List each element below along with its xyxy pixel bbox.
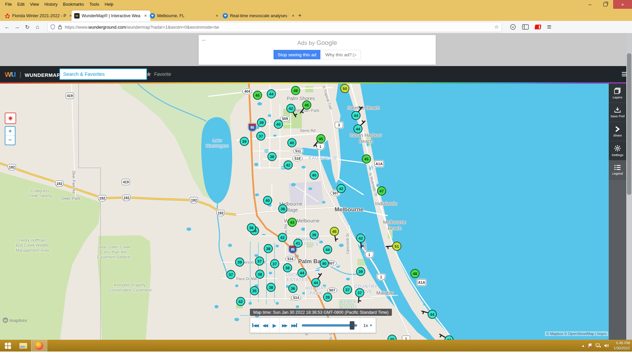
favorite-button[interactable]: ★ Favorite bbox=[146, 66, 171, 82]
rewind-button[interactable]: ◀◀ bbox=[260, 318, 270, 333]
lock-icon[interactable] bbox=[58, 25, 62, 29]
bookmark-star-icon[interactable]: ☆ bbox=[494, 24, 499, 30]
temperature-value: 36 bbox=[247, 223, 256, 232]
route-shield-192: 192 bbox=[55, 181, 64, 187]
temperature-value: 44 bbox=[323, 245, 332, 254]
temperature-value: 38 bbox=[283, 263, 292, 272]
time-slider[interactable] bbox=[299, 318, 360, 333]
tray-expand-icon[interactable]: ▲ bbox=[581, 344, 585, 347]
menu-help[interactable]: Help bbox=[102, 1, 116, 8]
temperature-value: 37 bbox=[255, 256, 264, 266]
tab-mesoscale[interactable]: Real-time mesoscale analyses f × bbox=[220, 10, 298, 21]
layers-button[interactable]: Layers bbox=[609, 84, 626, 103]
sidebar-toggle-icon[interactable] bbox=[522, 24, 529, 30]
taskbar-clock[interactable]: 6:45 PM 1/30/2022 bbox=[613, 341, 630, 351]
map-label: Malabar bbox=[376, 290, 394, 296]
temperature-value: 45 bbox=[362, 154, 371, 163]
firefox-icon bbox=[35, 342, 43, 350]
forward-icon[interactable]: → bbox=[12, 24, 22, 30]
route-shield-419: 419 bbox=[66, 93, 74, 99]
settings-button[interactable]: Settings bbox=[609, 141, 626, 160]
share-button[interactable]: Share bbox=[609, 122, 626, 141]
network-icon[interactable] bbox=[596, 343, 601, 348]
file-explorer-button[interactable] bbox=[16, 340, 31, 352]
route-shield-1: 1 bbox=[365, 252, 374, 258]
action-center-flag-icon[interactable] bbox=[588, 343, 593, 348]
temperature-value: 50 bbox=[340, 84, 349, 93]
wundermap-logo[interactable]: wu | WUNDERMAP bbox=[5, 70, 60, 79]
firefox-taskbar-button[interactable] bbox=[31, 340, 47, 352]
back-icon[interactable]: ← bbox=[2, 24, 12, 30]
temperature-value: 45 bbox=[302, 100, 311, 110]
forum-icon bbox=[5, 13, 10, 19]
route-shield-95: 95 bbox=[248, 123, 257, 131]
ad-back-arrow-icon[interactable]: ← bbox=[201, 36, 207, 42]
tab-close-icon[interactable]: × bbox=[291, 13, 295, 18]
url-text: https://www.wunderground.com/wundermap?r… bbox=[65, 25, 494, 30]
temperature-value: 38 bbox=[255, 270, 264, 279]
menu-edit[interactable]: Edit bbox=[15, 1, 27, 8]
tab-florida-winter[interactable]: Florida Winter 2021-2022 - Pag × bbox=[2, 10, 76, 21]
save-pref-button[interactable]: Save Pref bbox=[609, 103, 626, 122]
playback-speed-select[interactable]: 1x ▼ bbox=[360, 318, 376, 333]
tab-wundermap[interactable]: w WunderMap® | Interactive Wea × bbox=[71, 10, 150, 21]
logo-divider: | bbox=[20, 71, 21, 79]
tab-title: Florida Winter 2021-2022 - Pag bbox=[12, 13, 66, 18]
temperature-value: 37 bbox=[256, 131, 265, 141]
pocket-icon[interactable] bbox=[510, 24, 516, 30]
fast-forward-button[interactable]: ▶▶ bbox=[280, 318, 289, 333]
temperature-value: 40 bbox=[310, 171, 319, 180]
minimize-button[interactable]: ─ bbox=[582, 0, 598, 9]
temperature-value: 39 bbox=[323, 293, 332, 302]
home-icon[interactable]: ⌂ bbox=[32, 24, 42, 30]
restore-button[interactable] bbox=[598, 0, 613, 9]
tab-melbourne[interactable]: Melbourne, FL × bbox=[147, 10, 222, 21]
extension-icon[interactable] bbox=[535, 25, 541, 29]
map-label: Sarno Rd bbox=[300, 128, 315, 133]
new-tab-button[interactable]: + bbox=[298, 12, 301, 19]
play-button[interactable]: ▶ bbox=[270, 318, 280, 333]
route-shield-A1A: A1A bbox=[374, 161, 383, 167]
route-shield-516: 516 bbox=[285, 256, 295, 262]
weather-map[interactable]: Palm ShoresSherman ParkSatellite BeachIn… bbox=[0, 84, 609, 340]
chevron-down-icon: ▼ bbox=[369, 324, 373, 327]
close-button[interactable]: × bbox=[613, 0, 632, 9]
page-scrollbar[interactable] bbox=[626, 33, 632, 340]
brand-title: WUNDERMAP bbox=[25, 72, 60, 78]
search-input[interactable] bbox=[59, 68, 147, 80]
volume-icon[interactable] bbox=[604, 343, 609, 348]
tab-close-icon[interactable]: × bbox=[214, 13, 219, 18]
start-button[interactable] bbox=[0, 340, 16, 352]
menu-view[interactable]: View bbox=[28, 1, 41, 8]
menu-tools[interactable]: Tools bbox=[87, 1, 102, 8]
temperature-value: 40 bbox=[263, 196, 272, 205]
menu-bookmarks[interactable]: Bookmarks bbox=[60, 1, 86, 8]
route-shield-1: 1 bbox=[402, 336, 410, 340]
wu-shield-icon bbox=[223, 13, 228, 19]
scrollbar-thumb[interactable] bbox=[627, 53, 631, 195]
radar-toggle-button[interactable] bbox=[5, 113, 16, 124]
map-attribution[interactable]: © Mapbox © OpenStreetMap | Impro bbox=[545, 331, 608, 336]
zoom-out-button[interactable]: − bbox=[5, 135, 15, 145]
zoom-in-button[interactable]: + bbox=[5, 127, 15, 135]
temperature-value: 42 bbox=[356, 234, 365, 243]
legend-button[interactable]: Legend bbox=[609, 160, 626, 180]
why-this-ad-button[interactable]: Why this ad? ▷ bbox=[321, 50, 361, 59]
stop-seeing-ad-button[interactable]: Stop seeing this ad bbox=[274, 50, 320, 59]
menu-history[interactable]: History bbox=[42, 1, 60, 8]
mapbox-logo[interactable]: m mapbox bbox=[3, 317, 27, 323]
wu-shield-icon bbox=[150, 13, 155, 19]
navigation-toolbar: ← → ↻ ⌂ https://www.wunderground.com/wun… bbox=[0, 21, 632, 33]
url-bar[interactable]: https://www.wunderground.com/wundermap?r… bbox=[47, 22, 502, 32]
reload-icon[interactable]: ↻ bbox=[22, 24, 32, 30]
skip-to-end-button[interactable]: ▶▶ bbox=[289, 318, 299, 333]
slider-track[interactable] bbox=[302, 324, 357, 327]
slider-handle[interactable] bbox=[350, 321, 354, 330]
skip-to-start-button[interactable]: ◀◀ bbox=[250, 318, 260, 333]
tracking-shield-icon[interactable] bbox=[50, 24, 55, 30]
temperature-value: 48 bbox=[291, 86, 300, 95]
temperature-value: 37 bbox=[226, 270, 235, 279]
tab-title: WunderMap® | Interactive Wea bbox=[82, 13, 141, 18]
route-shield-1: 1 bbox=[316, 144, 325, 150]
menu-file[interactable]: File bbox=[3, 1, 14, 8]
